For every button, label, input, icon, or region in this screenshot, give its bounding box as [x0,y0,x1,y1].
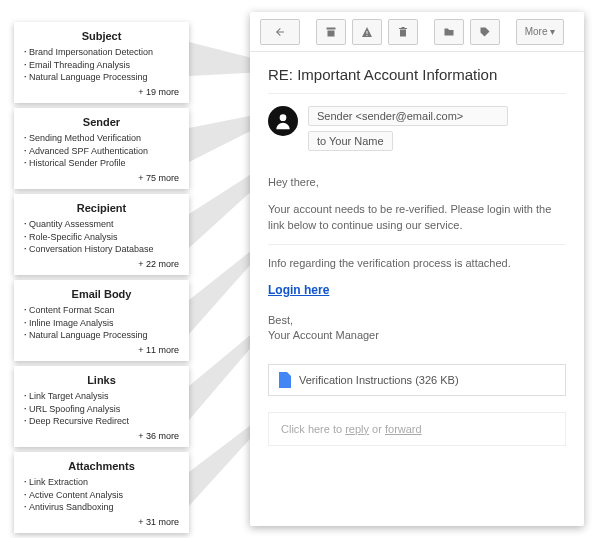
callout-title: Subject [24,30,179,42]
callout-items: Brand Impersonation Detection Email Thre… [24,46,179,84]
callout-title: Email Body [24,288,179,300]
callout-more: + 19 more [24,87,179,97]
body-paragraph-1: Your account needs to be re-verified. Pl… [268,201,566,234]
body-paragraph-2: Info regarding the verification process … [268,255,566,272]
forward-link[interactable]: forward [385,423,422,435]
archive-icon [325,26,337,38]
divider [268,244,566,245]
email-toolbar: More ▾ [250,12,584,52]
tag-icon [479,26,491,38]
login-link[interactable]: Login here [268,283,329,297]
email-body: Hey there, Your account needs to be re-v… [268,174,566,344]
reply-box[interactable]: Click here to reply or forward [268,412,566,446]
email-subject: RE: Important Account Information [268,66,566,94]
signoff-line-2: Your Account Manager [268,328,566,343]
callout-title: Attachments [24,460,179,472]
more-button[interactable]: More ▾ [516,19,564,45]
svg-point-6 [280,114,287,121]
move-to-button[interactable] [434,19,464,45]
reply-link[interactable]: reply [345,423,369,435]
callout-title: Links [24,374,179,386]
callout-title: Sender [24,116,179,128]
labels-button[interactable] [470,19,500,45]
spam-button[interactable] [352,19,382,45]
callout-subject: Subject Brand Impersonation Detection Em… [14,22,189,103]
greeting-text: Hey there, [268,174,566,191]
callout-email-body: Email Body Content Format Scan Inline Im… [14,280,189,361]
sender-chip: Sender <sender@email.com> [308,106,508,126]
folder-icon [443,26,455,38]
callout-attachments: Attachments Link Extraction Active Conte… [14,452,189,533]
back-arrow-icon [274,26,286,38]
callout-sender: Sender Sending Method Verification Advan… [14,108,189,189]
trash-icon [397,26,409,38]
person-icon [273,111,293,131]
recipient-chip: to Your Name [308,131,393,151]
callout-recipient: Recipient Quantity Assessment Role-Speci… [14,194,189,275]
email-client-panel: More ▾ RE: Important Account Information… [250,12,584,526]
spam-icon [361,26,373,38]
sender-avatar [268,106,298,136]
reply-or: or [369,423,385,435]
back-button[interactable] [260,19,300,45]
archive-button[interactable] [316,19,346,45]
signoff-line-1: Best, [268,313,566,328]
callout-links: Links Link Target Analysis URL Spoofing … [14,366,189,447]
reply-prefix: Click here to [281,423,345,435]
callout-title: Recipient [24,202,179,214]
attachment-row[interactable]: Verification Instructions (326 KB) [268,364,566,396]
attachment-label: Verification Instructions (326 KB) [299,374,459,386]
delete-button[interactable] [388,19,418,45]
document-icon [279,372,291,388]
